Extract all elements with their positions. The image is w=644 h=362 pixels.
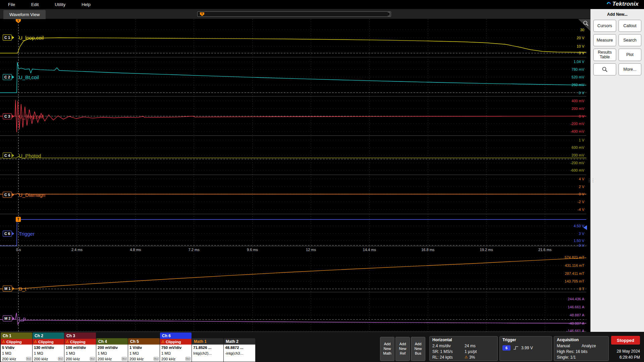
badge-row: 200 kHzBw bbox=[1, 356, 32, 362]
warning-icon: ⚠ bbox=[66, 340, 69, 344]
badge-row: 1 MΩ bbox=[64, 350, 96, 356]
add-new-bus-button[interactable]: Add New Bus bbox=[411, 337, 425, 361]
badge-row-text: 71.8526 ... bbox=[193, 346, 211, 350]
trace-plot-m-2 bbox=[0, 292, 586, 332]
main-content: Waveform View T 3020 V10 V0 VC 1U_loop,c… bbox=[0, 9, 644, 332]
channel-badge-m-2[interactable]: M 2 bbox=[3, 315, 14, 321]
add-new-math-button[interactable]: Add New Math bbox=[380, 337, 394, 361]
trigger-panel[interactable]: Trigger 6 3.99 V bbox=[499, 336, 552, 361]
stopped-indicator[interactable]: Stopped bbox=[611, 336, 640, 345]
scale-label: 600 mV bbox=[572, 145, 584, 149]
badge-row-text: Clipping bbox=[38, 340, 54, 344]
bottom-badge-ch-4[interactable]: Ch 4200 mV/div1 MΩ200 kHzBw bbox=[96, 338, 128, 362]
trace-plot-c-5 bbox=[0, 175, 586, 214]
scale-label: 431.116 mT bbox=[565, 263, 584, 267]
sidebar-button-cursors[interactable]: Cursors bbox=[593, 20, 616, 32]
badge-row-text: -intg(ch3... bbox=[225, 351, 243, 355]
menu-item-utility[interactable]: Utility bbox=[47, 0, 73, 9]
brand-swoosh-icon bbox=[606, 1, 612, 7]
scale-label: -200 mV bbox=[570, 122, 584, 126]
channel-slice-c-3: 400 mV200 mV0 V-200 mV-400 mVC 3U_Rog,co… bbox=[0, 97, 590, 136]
scale-label: 48.887 A bbox=[570, 313, 584, 317]
channel-badge-c-6[interactable]: C 6 bbox=[3, 231, 14, 237]
panel-splitter-handle[interactable]: ⋮⋮ bbox=[587, 178, 594, 183]
scale-label: 520 mV bbox=[572, 75, 584, 79]
menu-item-edit[interactable]: Edit bbox=[23, 0, 47, 9]
time-label: 12 ms bbox=[306, 248, 316, 252]
badge-row: 1 MΩ bbox=[1, 350, 32, 356]
channel-badge-c-2[interactable]: C 2 bbox=[3, 74, 14, 80]
channel-name-m-2: I_p bbox=[19, 315, 26, 321]
channel-slice-c-5: 4 V2 V0 V-2 V-4 VC 5U_Diamagn bbox=[0, 175, 590, 214]
bottom-badge-ch-3[interactable]: Ch 3⚠Clipping100 mV/div1 MΩ200 kHzBw bbox=[64, 333, 96, 362]
trace-plot-c-1 bbox=[0, 19, 586, 57]
acquisition-analyze[interactable]: Analyze bbox=[582, 344, 596, 348]
right-sidebar: Add New... CursorsCalloutMeasureSearchRe… bbox=[590, 9, 644, 332]
sidebar-button-callout[interactable]: Callout bbox=[619, 20, 641, 32]
menu-bar-items: FileEditUtilityHelp bbox=[0, 0, 99, 9]
add-new-ref-button[interactable]: Add New Ref bbox=[395, 337, 410, 361]
channel-badge-m-1[interactable]: M 1 bbox=[3, 286, 14, 292]
badge-row-text: 200 kHz bbox=[129, 357, 144, 361]
bottom-badge-ch-1[interactable]: Ch 1⚠Clipping5 V/div1 MΩ200 kHzBw bbox=[1, 333, 32, 362]
scale-label: -200 mV bbox=[570, 161, 584, 165]
sidebar-button-zoom[interactable] bbox=[593, 63, 616, 75]
badge-row-text: 750 mV/div bbox=[161, 346, 181, 350]
acquisition-panel[interactable]: Acquisition Manual Analyze High Res: 16 … bbox=[554, 336, 609, 361]
sidebar-button-search[interactable]: Search bbox=[619, 34, 641, 46]
brand-name: Tektronix bbox=[612, 1, 639, 7]
trigger-level-badge[interactable]: T bbox=[16, 217, 21, 222]
channel-badge-c-1[interactable]: C 1 bbox=[3, 35, 14, 41]
badge-row-text: 1 V/div bbox=[129, 346, 142, 350]
status-date: 28 May 2024 bbox=[617, 349, 640, 354]
sidebar-button-plot[interactable]: Plot bbox=[619, 49, 641, 61]
bottom-badge-math-2[interactable]: Math 248.8872 ...-intg(ch3... bbox=[224, 338, 255, 362]
bottom-badge-body: 1 V/div1 MΩ200 kHzBw bbox=[128, 345, 160, 362]
bandwidth-icon: Bw bbox=[122, 357, 127, 361]
sidebar-button-measure[interactable]: Measure bbox=[593, 34, 616, 46]
sidebar-button-more[interactable]: More... bbox=[619, 63, 641, 75]
badge-row-text: 200 kHz bbox=[66, 357, 80, 361]
graticule-zoom-icon[interactable] bbox=[583, 20, 589, 28]
badge-row-text: 1 MΩ bbox=[66, 351, 75, 355]
time-label: 4.8 ms bbox=[130, 248, 141, 252]
badge-row: 200 kHzBw bbox=[64, 356, 96, 362]
menu-item-help[interactable]: Help bbox=[73, 0, 99, 9]
badge-row: 200 kHzBw bbox=[128, 356, 160, 362]
bottom-badge-body: ⚠Clipping750 mV/div1 MΩ200 kHzBw bbox=[160, 339, 192, 362]
horizontal-panel[interactable]: Horizontal 2.4 ms/div24 msSR: 1 MS/s1 µs… bbox=[429, 336, 498, 361]
trigger-source-badge[interactable]: 6 bbox=[502, 345, 511, 351]
channel-badge-c-3[interactable]: C 3 bbox=[3, 113, 14, 119]
horizontal-position-slider[interactable]: T bbox=[197, 11, 391, 17]
channel-badge-c-4[interactable]: C 4 bbox=[3, 153, 14, 159]
badge-row: 750 mV/div bbox=[160, 345, 192, 350]
warning-icon: ⚠ bbox=[465, 355, 468, 359]
menu-item-file[interactable]: File bbox=[0, 0, 23, 9]
bottom-badge-ch-5[interactable]: Ch 51 V/div1 MΩ200 kHzBw bbox=[128, 338, 160, 362]
scale-label: 0 V bbox=[579, 243, 584, 247]
badge-strip: Ch 1⚠Clipping5 V/div1 MΩ200 kHzBwCh 2⚠Cl… bbox=[1, 333, 256, 362]
channel-slice-c-4: 1 V600 mV200 mV-200 mV-600 mVC 4U_Photod bbox=[0, 136, 590, 175]
channel-name-c-6: Trigger bbox=[19, 231, 35, 236]
badge-row: 200 kHzBw bbox=[33, 356, 64, 362]
scale-label: 146.661 A bbox=[568, 305, 584, 309]
bandwidth-icon: Bw bbox=[90, 357, 95, 361]
badge-row bbox=[224, 356, 255, 362]
bottom-badge-header: Ch 1 bbox=[1, 333, 32, 339]
tab-waveform-view[interactable]: Waveform View bbox=[3, 10, 46, 19]
scale-label: 3 V bbox=[579, 232, 584, 236]
trigger-level-arrow[interactable] bbox=[583, 225, 587, 230]
sidebar-button-results-table[interactable]: Results Table bbox=[593, 49, 616, 61]
horizontal-cell: 2.4 ms/div bbox=[432, 344, 465, 348]
scale-label: -400 mV bbox=[570, 129, 584, 133]
slider-trigger-marker[interactable]: T bbox=[200, 12, 204, 16]
status-time: 6:29:40 PM bbox=[620, 355, 640, 360]
channel-badge-label: C 5 bbox=[3, 192, 12, 198]
bottom-badge-ch-6[interactable]: Ch 6⚠Clipping750 mV/div1 MΩ200 kHzBw bbox=[160, 333, 192, 362]
scale-label: 0 V bbox=[579, 91, 584, 95]
bottom-badge-header: Ch 6 bbox=[160, 333, 192, 339]
bottom-badge-ch-2[interactable]: Ch 2⚠Clipping130 mV/div1 MΩ200 kHzBw bbox=[33, 333, 64, 362]
scale-label: 4 V bbox=[579, 177, 584, 181]
channel-badge-c-5[interactable]: C 5 bbox=[3, 192, 14, 198]
bottom-badge-math-1[interactable]: Math 171.8526 ...Intg(ch2)... bbox=[192, 338, 223, 362]
